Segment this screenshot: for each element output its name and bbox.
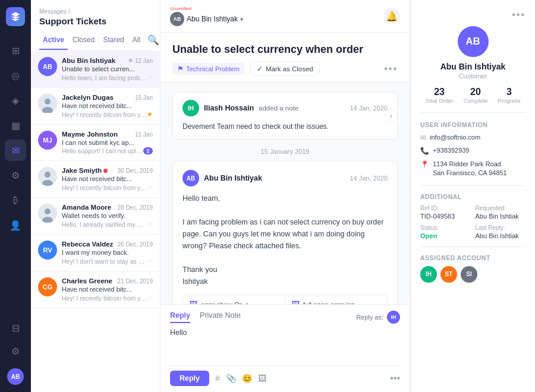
star-icon[interactable]: ☆ (147, 294, 153, 302)
search-icon[interactable]: 🔍 (145, 32, 162, 50)
stat-label: Total Order (426, 97, 454, 104)
star-icon[interactable]: ★ (147, 110, 153, 118)
ticket-header: Unable to select currency when order ⚑ T… (160, 33, 410, 83)
ticket-name: Abu Bin Ishtiyak (62, 57, 115, 64)
stat-value: 20 (464, 87, 488, 97)
ticket-content: Jake Smiyth 30 Dec, 2019 Have not receiv… (62, 167, 153, 191)
additional-section-title: ADDITIONAL (420, 193, 525, 200)
expand-icon[interactable]: › (385, 109, 398, 122)
hashtag-icon[interactable]: # (215, 374, 220, 383)
mark-closed-button[interactable]: ✓ Mark as Closed (250, 62, 320, 76)
ticket-tags-row: ⚑ Technical Problem ✓ Mark as Closed ••• (172, 62, 398, 76)
star-icon[interactable]: ☆ (147, 220, 153, 228)
star-icon[interactable]: ☆ (147, 257, 153, 265)
more-options-icon[interactable]: ••• (384, 64, 398, 74)
nav-users-icon[interactable]: 👤 (5, 214, 26, 236)
ticket-name: Mayme Johnston (62, 131, 118, 138)
user-avatar-nav[interactable]: AB (7, 368, 24, 385)
more-toolbar-options[interactable]: ••• (390, 373, 400, 384)
ticket-item[interactable]: Jake Smiyth 30 Dec, 2019 Have not receiv… (31, 161, 160, 198)
reply-button[interactable]: Reply (170, 371, 209, 386)
tab-closed[interactable]: Closed (69, 33, 98, 50)
ticket-title: Unable to select currency when order (172, 43, 398, 56)
ticket-date: 11 Jan (135, 131, 153, 138)
ticket-content: Abu Bin Ishtiyak 👁 12 Jan Unable to sele… (62, 57, 153, 81)
last-reply-value: Abu Bin Ishtiak (476, 232, 526, 239)
last-reply-label: Last Reply: (476, 225, 526, 231)
chevron-down-icon[interactable]: ▾ (240, 16, 243, 23)
ticket-name: Amanda Moore (62, 204, 111, 211)
tab-all[interactable]: All (129, 33, 144, 50)
requested-item: Requested: Abu Bin Ishtiak (476, 205, 526, 220)
avatar (38, 94, 57, 113)
assigned-avatar-st[interactable]: ST (440, 266, 457, 283)
nav-settings-icon[interactable]: ⚙ (5, 165, 26, 186)
customer-name: Abu Bin Ishtiyak (420, 62, 525, 71)
sidebar-nav: ⊞ ◎ ◈ ▦ ✉ ⚙ ₿ 👤 ⊟ ⚙ AB (0, 0, 31, 392)
ticket-content: Mayme Johnston 11 Jan I can not submit k… (62, 131, 153, 154)
ticket-content: Rebecca Valdez 26 Dec, 2019 I want my mo… (62, 241, 153, 265)
assigned-avatar-si[interactable]: SI (461, 266, 477, 283)
reply-textarea[interactable]: Hello (170, 328, 400, 358)
ticket-item[interactable]: Amanda Moore 28 Dec, 2019 Wallet needs t… (31, 198, 160, 235)
ticket-item[interactable]: AB Abu Bin Ishtiyak 👁 12 Jan Unable to s… (31, 51, 160, 88)
tab-private-note[interactable]: Private Note (200, 311, 241, 323)
attachments-section: 🖼 error-show-On-o... 🖼 full-page-error.j… (182, 295, 388, 304)
breadcrumb-separator: / (69, 8, 71, 15)
flag-icon: ⚑ (177, 65, 184, 73)
nav-dashboard-icon[interactable]: ⊞ (5, 40, 26, 61)
note-action: added a note (259, 105, 298, 112)
emoji-icon[interactable]: 😊 (242, 374, 252, 383)
tab-reply[interactable]: Reply (170, 311, 190, 323)
ticket-item[interactable]: CG Charles Greene 21 Dec, 2019 Have not … (31, 271, 160, 308)
star-icon[interactable]: ☆ (147, 184, 153, 191)
nav-chart-icon[interactable]: ◎ (5, 65, 26, 86)
bell-icon[interactable]: 🔔 (383, 8, 400, 24)
email-value: info@softnio.com (430, 133, 480, 142)
assigned-avatar-ih[interactable]: IH (420, 266, 437, 283)
stat-complete: 20 Complete (464, 87, 488, 104)
nav-crypto-icon[interactable]: ₿ (5, 189, 26, 211)
ticket-preview: Hey! I don't want to stay as your subscr… (62, 258, 147, 265)
email-row: ✉ info@softnio.com (420, 133, 525, 142)
ticket-preview: Hello support! I can not upload my docum… (62, 147, 143, 154)
user-info-section-title: USER INFORMATION (420, 121, 525, 128)
nav-layers-icon[interactable]: ⊟ (5, 317, 26, 339)
reply-tabs: Reply Private Note Reply as: IH (170, 311, 400, 324)
ticket-date: 26 Dec, 2019 (118, 241, 153, 248)
ticket-item[interactable]: MJ Mayme Johnston 11 Jan I can not submi… (31, 125, 160, 161)
svg-point-7 (45, 208, 51, 214)
stat-value: 23 (426, 87, 454, 97)
ticket-preview: Hey! I recently bitcoin from you. But st… (62, 111, 147, 118)
ticket-subject: Have not received bitc... (62, 175, 153, 182)
nav-messages-icon[interactable]: ✉ (5, 140, 26, 161)
nav-tag-icon[interactable]: ◈ (5, 90, 26, 111)
ticket-date: 12 Jan (135, 58, 153, 64)
nav-calendar-icon[interactable]: ▦ (5, 115, 26, 136)
ticket-subject: I can not submit kyc ap... (62, 139, 153, 146)
reply-as: Reply as: IH (356, 311, 400, 324)
panel-more-options[interactable]: ••• (512, 10, 525, 20)
header-user-avatar: AB (170, 12, 184, 26)
nav-gear-icon[interactable]: ⚙ (5, 340, 26, 362)
messages-area: IH Iliash Hossain added a note 14 Jan, 2… (160, 83, 410, 304)
note-date: 14 Jan, 2020 (350, 105, 388, 112)
ref-id-item: Ref ID: TID-049583 (420, 205, 471, 220)
ticket-item[interactable]: RV Rebecca Valdez 26 Dec, 2019 I want my… (31, 235, 160, 271)
attachment-file[interactable]: 🖼 error-show-On-o... (183, 295, 285, 304)
tab-active[interactable]: Active (39, 33, 68, 50)
ticket-list-panel: Messages / Support Tickets Active Closed… (31, 0, 160, 392)
attachment-file[interactable]: 🖼 full-page-error.jpg (285, 295, 387, 304)
avatar: RV (38, 241, 57, 260)
stat-label: Progress (498, 97, 520, 104)
reply-as-avatar[interactable]: IH (387, 311, 400, 324)
ticket-item[interactable]: Jackelyn Dugas 15 Jan Have not received … (31, 88, 160, 125)
star-icon[interactable]: ☆ (147, 74, 153, 81)
attachment-icon[interactable]: 📎 (226, 374, 236, 383)
svg-point-1 (45, 99, 51, 105)
tag-label: Technical Problem (186, 65, 240, 72)
assigned-section: ASSIGNED ACCOUNT IH ST SI (420, 246, 525, 283)
image-upload-icon[interactable]: 🖼 (258, 374, 266, 383)
ticket-name: Rebecca Valdez (62, 241, 113, 248)
tab-starred[interactable]: Stared (99, 33, 127, 50)
